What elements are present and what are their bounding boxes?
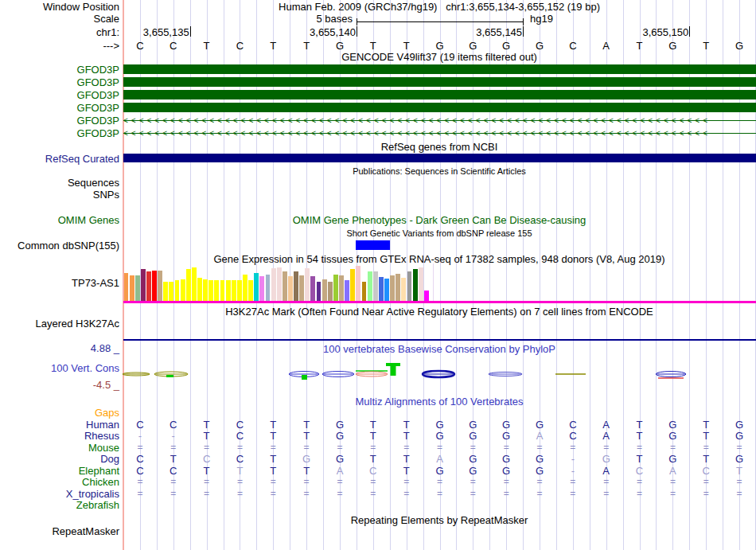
gtex-tissue-bar[interactable] (283, 271, 287, 301)
track-label-gfod3p[interactable]: GFOD3P (77, 64, 119, 76)
alignment-cell-chicken[interactable]: = (603, 476, 609, 487)
track-label-gaps[interactable]: Gaps (95, 407, 119, 419)
alignment-cell-x-tropicalis[interactable]: = (137, 488, 142, 499)
alignment-cell-dog[interactable]: G (735, 453, 743, 465)
conservation-glyph-olive[interactable] (123, 373, 150, 376)
alignment-cell-rhesus[interactable]: C (569, 430, 576, 442)
alignment-cell-mouse[interactable]: = (670, 442, 676, 453)
gtex-tissue-bar[interactable] (424, 291, 429, 301)
alignment-cell-dog[interactable]: G (336, 453, 344, 465)
alignment-cell-human[interactable]: C (136, 419, 143, 431)
alignment-cell-chicken[interactable]: = (304, 476, 310, 487)
alignment-cell-x-tropicalis[interactable]: = (637, 488, 642, 499)
alignment-cell-chicken[interactable]: = (537, 476, 543, 487)
gtex-tissue-bar[interactable] (158, 271, 162, 301)
alignment-cell-chicken[interactable]: = (204, 476, 209, 487)
alignment-cell-dog[interactable]: C (136, 453, 143, 465)
alignment-cell-chicken[interactable]: = (370, 476, 376, 487)
track-label-mouse[interactable]: Mouse (88, 442, 119, 454)
alignment-cell-mouse[interactable]: = (603, 442, 609, 453)
gtex-tissue-bar[interactable] (305, 268, 310, 301)
alignment-cell-chicken[interactable]: = (670, 476, 676, 487)
alignment-cell-human[interactable]: G (502, 419, 510, 431)
gtex-tissue-bar[interactable] (192, 267, 197, 301)
alignment-cell-chicken[interactable]: = (337, 476, 342, 487)
gtex-tissue-bar[interactable] (379, 277, 384, 301)
alignment-cell-elephant[interactable]: T (403, 465, 410, 477)
alignment-cell-mouse[interactable]: = (304, 442, 310, 453)
gtex-tissue-bar[interactable] (310, 276, 315, 301)
track-label-gfod3p[interactable]: GFOD3P (77, 102, 119, 114)
alignment-cell-x-tropicalis[interactable]: = (271, 488, 276, 499)
alignment-cell-mouse[interactable]: = (170, 442, 176, 453)
alignment-cell-x-tropicalis[interactable]: = (737, 488, 742, 499)
alignment-cell-x-tropicalis[interactable]: = (337, 488, 342, 499)
gtex-tissue-bar[interactable] (356, 266, 360, 301)
gtex-tissue-bar[interactable] (401, 278, 406, 301)
alignment-cell-chicken[interactable]: = (237, 476, 243, 487)
alignment-cell-dog[interactable]: T (637, 453, 643, 465)
gtex-tissue-bar[interactable] (220, 280, 225, 301)
track-label-gfod3p[interactable]: GFOD3P (77, 115, 119, 127)
alignment-cell-human[interactable]: G (536, 419, 544, 431)
track-label-rhesus[interactable]: Rhesus (84, 430, 119, 442)
alignment-cell-elephant[interactable]: G (435, 465, 443, 477)
alignment-cell-chicken[interactable]: = (170, 476, 176, 487)
gtex-tissue-bar[interactable] (124, 273, 129, 301)
gtex-tissue-bar[interactable] (390, 275, 395, 301)
gtex-tissue-bar[interactable] (266, 275, 271, 301)
alignment-cell-chicken[interactable]: = (737, 476, 742, 487)
alignment-cell-x-tropicalis[interactable]: = (570, 488, 575, 499)
gtex-tissue-bar[interactable] (141, 269, 146, 301)
alignment-cell-dog[interactable]: T (170, 453, 177, 465)
alignment-cell-dog[interactable]: C (203, 453, 210, 465)
gtex-tissue-bar[interactable] (373, 271, 378, 301)
alignment-cell-mouse[interactable]: = (470, 442, 476, 453)
alignment-cell-mouse[interactable]: = (204, 442, 209, 453)
alignment-cell-human[interactable]: T (270, 419, 276, 431)
alignment-cell-human[interactable]: G (336, 419, 344, 431)
alignment-cell-human[interactable]: C (569, 419, 576, 431)
alignment-cell-rhesus[interactable]: T (403, 430, 410, 442)
alignment-cell-mouse[interactable]: = (703, 442, 709, 453)
alignment-cell-dog[interactable]: C (236, 453, 244, 465)
alignment-cell-rhesus[interactable]: T (204, 430, 210, 442)
track-label-layered-h3k27ac[interactable]: Layered H3K27Ac (35, 318, 119, 330)
alignment-cell-dog[interactable]: T (270, 453, 276, 465)
track-label-tp73-as1[interactable]: TP73-AS1 (72, 277, 119, 289)
alignment-cell-human[interactable]: G (469, 419, 477, 431)
alignment-cell-mouse[interactable]: = (403, 442, 409, 453)
gtex-tissue-bar[interactable] (259, 276, 264, 301)
track-label-sequences[interactable]: Sequences (68, 177, 119, 189)
gtex-tissue-bar[interactable] (232, 280, 236, 301)
alignment-cell-rhesus[interactable]: A (602, 430, 610, 442)
alignment-cell-mouse[interactable]: = (637, 442, 642, 453)
alignment-cell-human[interactable]: T (403, 419, 410, 431)
alignment-cell-human[interactable]: G (735, 419, 743, 431)
alignment-cell-rhesus[interactable]: - (172, 430, 175, 442)
track-label-chicken[interactable]: Chicken (82, 476, 119, 488)
gtex-tissue-bar[interactable] (396, 274, 400, 301)
alignment-cell-x-tropicalis[interactable]: = (370, 488, 376, 499)
alignment-cell-mouse[interactable]: = (504, 442, 509, 453)
alignment-cell-dog[interactable]: T (370, 453, 376, 465)
alignment-cell-mouse[interactable]: = (237, 442, 243, 453)
alignment-cell-chicken[interactable]: = (403, 476, 409, 487)
alignment-cell-elephant[interactable]: G (536, 465, 544, 477)
alignment-cell-rhesus[interactable]: T (637, 430, 643, 442)
gtex-tissue-bar[interactable] (135, 275, 140, 301)
track-label-x-tropicalis[interactable]: X_tropicalis (66, 488, 119, 500)
gtex-tissue-bar[interactable] (271, 268, 276, 301)
alignment-cell-chicken[interactable]: = (271, 476, 276, 487)
gtex-tissue-bar[interactable] (368, 271, 372, 301)
gtex-tissue-bar[interactable] (130, 275, 134, 301)
dbsnp-variant-bar[interactable] (356, 240, 390, 250)
gtex-tissue-bar[interactable] (322, 279, 327, 301)
alignment-cell-elephant[interactable]: A (602, 465, 610, 477)
alignment-cell-elephant[interactable]: C (703, 465, 710, 477)
gtex-tissue-bar[interactable] (197, 278, 202, 301)
gtex-tissue-bar[interactable] (163, 282, 168, 301)
alignment-cell-rhesus[interactable]: G (435, 430, 443, 442)
gtex-tissue-bar[interactable] (214, 280, 219, 301)
alignment-cell-rhesus[interactable]: G (668, 430, 676, 442)
